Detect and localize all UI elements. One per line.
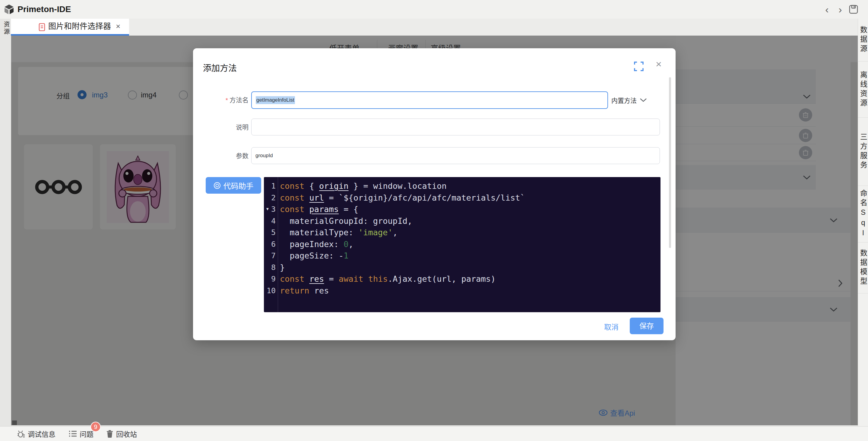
problems-button[interactable]: 问题 [69,427,93,441]
app-logo-icon [4,4,14,14]
rail-tab-data-model[interactable]: 数据模型 [858,243,868,293]
required-asterisk: * [226,97,228,103]
cancel-button[interactable]: 取消 [601,319,622,336]
editor-gutter: 12345678910 [264,180,277,296]
rail-tab-label: 数据模型 [858,249,868,287]
method-type-value: 内置方法 [611,96,637,105]
chevron-down-icon [640,98,647,102]
params-value: groupId [255,153,273,159]
description-input[interactable] [251,119,660,135]
params-label: 参数 [193,147,249,165]
code-assistant-label: 代码助手 [223,180,253,191]
tab-label: 图片和附件选择器 [48,19,111,34]
rail-tab-resources[interactable]: 资源 [0,21,11,36]
page-file-icon [39,23,45,31]
save-button[interactable]: 保存 [630,318,663,334]
scrollbar-thumb[interactable] [12,420,17,425]
fullscreen-icon[interactable] [634,62,644,71]
tab-image-attachment-picker[interactable]: 图片和附件选择器 × [11,19,129,36]
method-name-label: *方法名 [193,91,249,109]
tab-close-icon[interactable]: × [116,19,120,34]
trash-icon [106,430,114,438]
target-circle-icon [213,182,221,189]
left-rail: 资源 [0,19,11,426]
tab-strip: 图片和附件选择器 × [11,19,858,36]
selected-text: getImageInfoList [256,96,295,104]
problems-count-badge: 9 [91,422,101,432]
rail-tab-offline-resources[interactable]: 离线资源 [858,62,868,118]
method-name-input[interactable]: getImageInfoList [251,91,608,109]
add-method-dialog: 添加方法 × *方法名 getImageInfoList 内置方法 说明 参数 … [193,48,676,340]
method-type-select[interactable]: 内置方法 [611,91,647,109]
active-tab-underline [11,34,129,36]
rail-tab-label: 命名Sql [858,189,868,239]
title-bar: Primeton-IDE ‹ › [0,0,868,19]
debug-info-label: 调试信息 [28,429,56,439]
gutter-divider [278,177,278,312]
save-icon[interactable] [849,4,858,14]
dialog-close-icon[interactable]: × [653,58,665,70]
code-assistant-button[interactable]: 代码助手 [206,177,261,194]
params-input[interactable]: groupId [251,147,660,164]
recycle-bin-label: 回收站 [116,429,137,439]
list-icon [69,430,77,437]
problems-label: 问题 [80,429,93,439]
rail-tab-label: 数据源 [858,26,868,54]
forward-button[interactable]: › [836,5,844,14]
rail-tab-label: 离线资源 [858,71,868,108]
rail-tab-thirdparty-services[interactable]: 三方服务 [858,118,868,186]
rail-tab-datasource[interactable]: 数据源 [858,19,868,62]
editor-code: const { origin } = window.locationconst … [280,180,659,296]
bug-icon [17,430,25,438]
right-rail: 数据源 离线资源 三方服务 命名Sql 数据模型 [858,19,868,426]
description-label: 说明 [193,119,249,136]
dialog-scrollbar-thumb[interactable] [669,77,671,248]
status-bar: 调试信息 问题 回收站 [0,426,868,441]
dialog-title: 添加方法 [203,62,237,73]
back-button[interactable]: ‹ [823,5,831,14]
debug-info-button[interactable]: 调试信息 [17,427,56,441]
fold-arrow-icon[interactable]: ▼ [266,207,269,211]
recycle-bin-button[interactable]: 回收站 [106,427,137,441]
app-title: Primeton-IDE [18,0,71,19]
code-editor[interactable]: 12345678910 ▼ const { origin } = window.… [264,177,660,312]
rail-tab-label: 三方服务 [858,133,868,170]
rail-tab-named-sql[interactable]: 命名Sql [858,186,868,243]
